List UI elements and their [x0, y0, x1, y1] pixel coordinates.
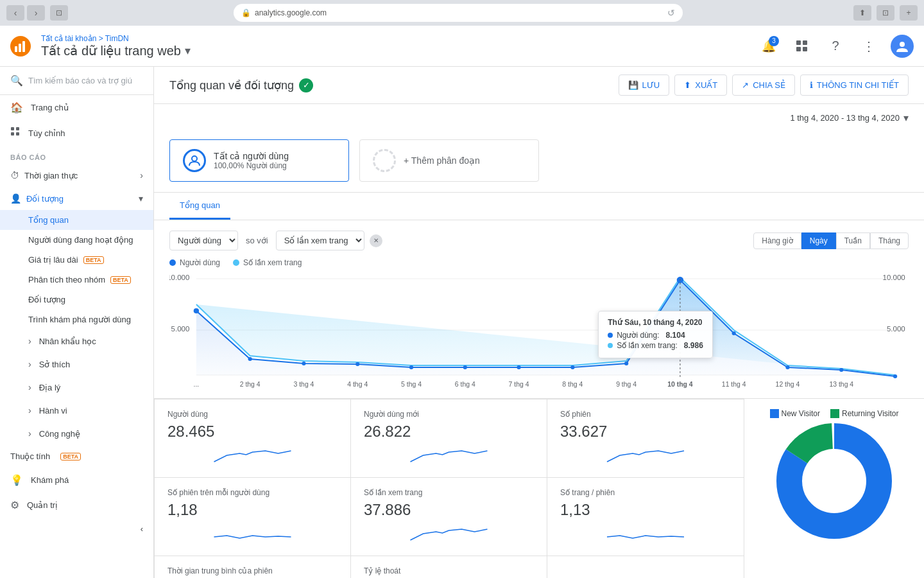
sidebar-item-cong-nghe[interactable]: › Công nghệ	[0, 422, 153, 445]
clear-metric2-button[interactable]: ✕	[370, 234, 382, 247]
sidebar-item-tuy-chinh[interactable]: Tùy chỉnh	[0, 120, 153, 146]
legend-dot-returning	[830, 409, 839, 418]
segment-card-all-users[interactable]: Tất cả người dùng 100,00% Người dùng	[169, 139, 349, 182]
time-btn-hang-gio[interactable]: Hàng giờ	[753, 232, 801, 249]
svg-text:10.000: 10.000	[883, 274, 905, 281]
metric2-select[interactable]: Số lần xem trang	[276, 231, 364, 250]
export-label: XUẤT	[695, 80, 717, 90]
beta-badge-phan-tich: BETA	[110, 276, 131, 284]
svg-point-23	[248, 357, 252, 361]
dia-ly-label: Địa lý	[39, 383, 61, 392]
sidebar-item-nguoi-dung-dang-hoat-dong[interactable]: Người dùng đang hoạt động	[0, 230, 153, 250]
sidebar-item-trinh-kham-pha[interactable]: Trình khám phá người dùng	[0, 310, 153, 329]
sidebar-item-tong-quan[interactable]: Tổng quan	[0, 210, 153, 230]
save-button[interactable]: 💾 LƯU	[619, 74, 670, 96]
mini-chart-0	[167, 446, 338, 465]
svg-text:7 thg 4: 7 thg 4	[509, 381, 529, 388]
stat-card-1: Người dùng mới 26.822	[351, 399, 547, 478]
svg-rect-5	[796, 47, 801, 51]
stat-value-4: 37.886	[364, 501, 534, 519]
notifications-button[interactable]: 🔔 3	[757, 35, 780, 58]
time-btn-thang[interactable]: Tháng	[870, 232, 909, 249]
svg-text:2 thg 4: 2 thg 4	[240, 381, 261, 388]
svg-text:...: ...	[194, 381, 200, 388]
collapse-sidebar-button[interactable]: ‹	[0, 518, 153, 540]
sidebar-item-kham-pha[interactable]: 💡 Khám phá	[0, 468, 153, 493]
help-button[interactable]: ?	[824, 35, 847, 58]
svg-text:3 thg 4: 3 thg 4	[293, 381, 314, 388]
share-browser-btn[interactable]: ⬆	[853, 5, 871, 21]
page-header: Tổng quan về đối tượng ✓ 💾 LƯU ⬆ XUẤT ↗ …	[154, 67, 924, 104]
stat-label-1: Người dùng mới	[364, 410, 534, 419]
svg-rect-4	[803, 40, 807, 45]
sidebar-item-dia-ly[interactable]: › Địa lý	[0, 376, 153, 399]
address-bar[interactable]: 🔒 analytics.google.com ↺	[234, 4, 683, 22]
svg-text:84.7%: 84.7%	[824, 500, 844, 508]
refresh-icon[interactable]: ↺	[667, 8, 675, 18]
svg-text:5.000: 5.000	[171, 325, 190, 333]
quan-tri-label: Quản trị	[27, 500, 58, 510]
apps-button[interactable]	[791, 35, 814, 58]
svg-text:6 thg 4: 6 thg 4	[455, 381, 475, 388]
stat-label-0: Người dùng	[167, 410, 338, 419]
chevron-hanh-vi: ›	[28, 405, 31, 416]
stat-card-6: Thời gian trung bình của phiên 00:00:15	[155, 556, 351, 578]
detail-button[interactable]: ℹ THÔNG TIN CHI TIẾT	[800, 74, 909, 96]
metric1-select[interactable]: Người dùng	[169, 231, 238, 250]
user-avatar[interactable]	[891, 35, 914, 58]
time-btn-ngay[interactable]: Ngày	[801, 232, 836, 249]
sidebar-item-thuoc-tinh[interactable]: Thuộc tính BETA	[0, 445, 153, 468]
sidebar-item-hanh-vi[interactable]: › Hành vi	[0, 399, 153, 422]
search-input[interactable]	[28, 76, 143, 85]
notification-badge: 3	[769, 36, 779, 46]
sidebar-item-quan-tri[interactable]: ⚙ Quản trị	[0, 493, 153, 518]
sidebar-item-so-thich[interactable]: › Sở thích	[0, 353, 153, 376]
date-range-selector[interactable]: 1 thg 4, 2020 - 13 thg 4, 2020 ▾	[154, 104, 924, 129]
home-icon: 🏠	[10, 101, 23, 114]
back-button[interactable]: ‹	[6, 5, 24, 21]
sidebar-item-gia-tri-lau-dai[interactable]: Giá trị lâu dài BETA	[0, 250, 153, 270]
sidebar-group-doi-tuong[interactable]: 👤 Đối tượng ▾	[0, 187, 153, 210]
tab-tong-quan[interactable]: Tổng quan	[169, 193, 230, 220]
chevron-cong-nghe: ›	[28, 428, 31, 439]
sidebar-label-trang-chu: Trang chủ	[31, 103, 69, 112]
svg-text:10 thg 4: 10 thg 4	[667, 381, 693, 388]
so-thich-label: Sở thích	[39, 360, 70, 369]
forward-button[interactable]: ›	[27, 5, 45, 21]
breadcrumb-account[interactable]: TimDN	[105, 34, 129, 43]
svg-point-35	[893, 374, 897, 378]
stat-card-7: Tỷ lệ thoát 92,76%	[351, 556, 547, 578]
segment-sub: 100,00% Người dùng	[214, 161, 289, 170]
save-icon: 💾	[628, 80, 638, 90]
new-tab-btn[interactable]: ⊡	[877, 5, 894, 21]
sidebar-item-phan-tich-theo-nhom[interactable]: Phân tích theo nhóm BETA	[0, 270, 153, 290]
chevron-dia-ly: ›	[28, 382, 31, 392]
svg-point-28	[517, 365, 520, 369]
more-button[interactable]: ⋮	[857, 35, 880, 58]
time-btn-tuan[interactable]: Tuần	[836, 232, 870, 249]
add-segment-card[interactable]: + Thêm phân đoạn	[359, 139, 539, 182]
beta-badge-gia-tri: BETA	[83, 256, 104, 264]
export-button[interactable]: ⬆ XUẤT	[674, 74, 727, 96]
segment-name: Tất cả người dùng	[214, 151, 289, 161]
sidebar-group-thoi-gian-thuc[interactable]: ⏱ Thời gian thực ›	[0, 164, 153, 187]
sidebar-item-doi-tuong-sub[interactable]: Đối tượng	[0, 290, 153, 310]
segment-info: Tất cả người dùng 100,00% Người dùng	[214, 151, 289, 170]
add-tab-btn[interactable]: +	[900, 5, 918, 21]
stat-label-6: Thời gian trung bình của phiên	[167, 566, 338, 575]
search-icon: 🔍	[10, 74, 23, 87]
svg-point-34	[839, 368, 843, 372]
chart-controls: Người dùng so với Số lần xem trang ✕ Hàn…	[169, 231, 909, 250]
share-button[interactable]: ↗ CHIA SẺ	[732, 74, 795, 96]
stat-value-1: 26.822	[364, 423, 534, 441]
property-selector[interactable]: Tất cả dữ liệu trang web ▾	[41, 43, 191, 58]
breadcrumb-all[interactable]: Tất cả tài khoản	[41, 34, 96, 43]
segment-row: Tất cả người dùng 100,00% Người dùng + T…	[154, 129, 924, 193]
svg-text:15.3%: 15.3%	[839, 461, 857, 468]
stat-label-2: Số phiên	[560, 410, 731, 419]
person-icon: 👤	[10, 193, 21, 204]
expand-button[interactable]: ⊡	[50, 5, 68, 21]
svg-rect-0	[15, 46, 17, 52]
sidebar-item-trang-chu[interactable]: 🏠 Trang chủ	[0, 95, 153, 120]
sidebar-item-nhan-khau-hoc[interactable]: › Nhân khẩu học	[0, 329, 153, 353]
